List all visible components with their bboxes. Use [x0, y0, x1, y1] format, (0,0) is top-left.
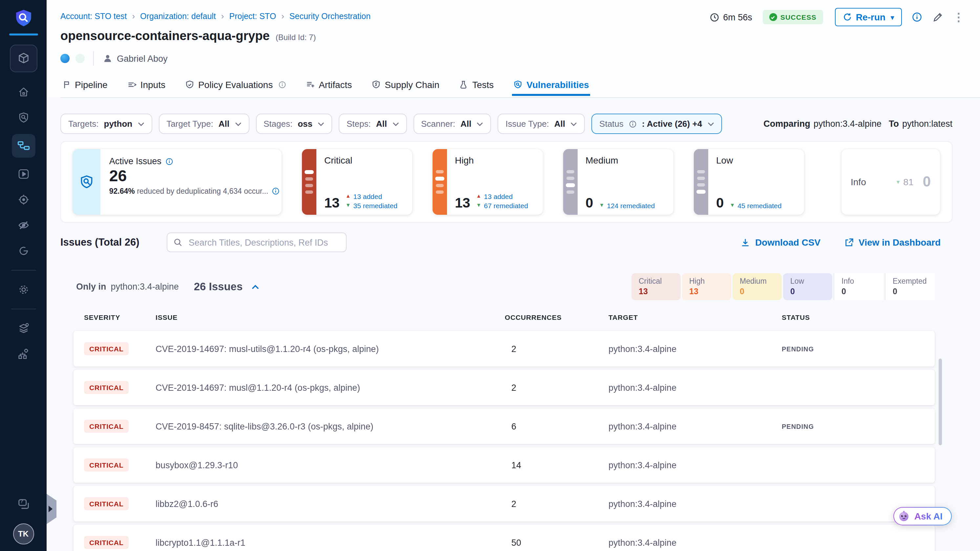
- breadcrumb-separator: ›: [132, 11, 135, 21]
- org-gear-icon: [17, 347, 30, 360]
- tab-vulnerabilities[interactable]: Vulnerabilities: [512, 78, 590, 96]
- filter-target-type[interactable]: Target Type:All: [159, 114, 249, 134]
- col-status: STATUS: [782, 313, 935, 321]
- question-mark-glyph: ?: [20, 498, 23, 504]
- divider: [93, 51, 94, 66]
- filter-stages[interactable]: Stages:oss: [256, 114, 332, 134]
- sidebar-item-executions[interactable]: [11, 165, 35, 183]
- app: ? TK Account: STO test › Organization: d…: [0, 0, 980, 551]
- download-icon: [741, 237, 751, 247]
- sidebar-item-baselines[interactable]: [11, 242, 35, 260]
- info-circle-icon[interactable]: [165, 157, 173, 165]
- severity-badge: CRITICAL: [84, 536, 129, 549]
- occurrences-value: 50: [505, 538, 608, 548]
- chevron-up-icon[interactable]: [251, 284, 259, 289]
- table-row[interactable]: CRITICAL busybox@1.29.3-r10 14 python:3.…: [73, 447, 935, 483]
- gear-icon: [17, 283, 30, 296]
- table-row[interactable]: CRITICAL libcrypto1.1@1.1.1a-r1 50 pytho…: [73, 525, 935, 551]
- edit-pipeline-button[interactable]: [932, 11, 943, 23]
- scan-shield-icon: [17, 111, 30, 124]
- check-circle-icon: [769, 13, 777, 21]
- tab-policy-evaluations[interactable]: Policy Evaluations: [184, 78, 287, 96]
- help-chat-button[interactable]: ?: [16, 497, 30, 511]
- comparing-to: python:latest: [902, 119, 953, 129]
- severity-badge: CRITICAL: [84, 497, 129, 510]
- sidebar-item-org-settings[interactable]: [11, 345, 35, 363]
- tab-pipeline[interactable]: Pipeline: [60, 78, 109, 96]
- shield-search-icon: [79, 174, 94, 190]
- run-duration: 6m 56s: [709, 12, 752, 22]
- table-scrollbar[interactable]: [939, 358, 942, 445]
- critical-strip-icon: [302, 149, 317, 215]
- user-avatar[interactable]: TK: [13, 524, 34, 545]
- view-in-dashboard-button[interactable]: View in Dashboard: [844, 237, 940, 248]
- table-row[interactable]: CRITICAL CVE-2019-8457: sqlite-libs@3.26…: [73, 408, 935, 444]
- run-detail-row: Gabriel Aboy: [60, 51, 168, 66]
- search-input[interactable]: [188, 237, 340, 248]
- group-target: python:3.4-alpine: [111, 282, 179, 291]
- breadcrumb-module[interactable]: Security Orchestration: [290, 11, 371, 21]
- issue-title: CVE-2019-14697: musl@1.1.20-r4 (os-pkgs,…: [156, 382, 505, 392]
- status-value: PENDING: [782, 345, 935, 352]
- sidebar-item-exemptions[interactable]: [11, 216, 35, 234]
- target-value: python:3.4-alpine: [608, 344, 782, 354]
- table-row[interactable]: CRITICAL CVE-2019-14697: musl@1.1.20-r4 …: [73, 370, 935, 405]
- inputs-tab-icon: [127, 80, 137, 89]
- filter-targets[interactable]: Targets:python: [60, 114, 152, 134]
- info-circle-icon: [278, 81, 286, 89]
- medium-count: 0: [585, 196, 593, 210]
- filter-steps[interactable]: Steps:All: [339, 114, 407, 134]
- issues-search[interactable]: [167, 233, 347, 252]
- active-issues-body: Active Issues 26 92.64% reduced by dedup…: [101, 149, 282, 215]
- filter-scanner[interactable]: Scanner:All: [413, 114, 491, 134]
- chevron-down-icon: [570, 122, 577, 126]
- ask-ai-button[interactable]: Ask AI: [893, 507, 952, 526]
- module-selector-button[interactable]: [10, 45, 37, 72]
- tab-tests[interactable]: Tests: [458, 78, 495, 96]
- download-csv-button[interactable]: Download CSV: [741, 237, 821, 248]
- filter-status[interactable]: Status : Active (26) +4: [592, 114, 722, 134]
- breadcrumb-account[interactable]: Account: STO test: [60, 11, 127, 21]
- sidebar-item-settings[interactable]: [11, 280, 35, 299]
- tab-artifacts[interactable]: Artifacts: [304, 78, 353, 96]
- sidebar-item-targets[interactable]: [11, 191, 35, 209]
- filter-issue-type[interactable]: Issue Type:All: [498, 114, 585, 134]
- low-remediated: ▼45 remediated: [730, 202, 781, 210]
- more-options-button[interactable]: ⋮: [953, 10, 964, 24]
- scanner-avatar-icon[interactable]: [60, 54, 70, 63]
- chip-low: Low0: [783, 273, 832, 300]
- sidebar-item-home[interactable]: [11, 83, 35, 101]
- breadcrumb-project[interactable]: Project: STO: [229, 11, 276, 21]
- breadcrumb-org[interactable]: Organization: default: [140, 11, 216, 21]
- sidebar-item-scans[interactable]: [11, 108, 35, 127]
- chevron-down-icon: [477, 122, 483, 126]
- triangle-down-icon: ▼: [345, 202, 351, 209]
- col-severity: SEVERITY: [84, 313, 156, 321]
- chip-info: Info0: [834, 273, 883, 300]
- critical-card: Critical 13 ▲13 added ▼35 remediated: [302, 149, 412, 215]
- high-remediated: ▼67 remediated: [476, 202, 528, 210]
- rerun-button[interactable]: Re-run ▾: [835, 8, 902, 26]
- low-card: Low 0 ▼45 remediated: [694, 149, 804, 215]
- sidebar-item-pipelines[interactable]: [11, 134, 35, 158]
- info-circle-icon[interactable]: [271, 188, 279, 195]
- severity-badge: CRITICAL: [84, 342, 129, 355]
- target-value: python:3.4-alpine: [608, 538, 782, 548]
- run-info-button[interactable]: [912, 12, 922, 22]
- status-value: PENDING: [782, 423, 935, 430]
- sto-shield-logo: [13, 8, 34, 28]
- scanner-avatar-faded-icon[interactable]: [75, 54, 85, 63]
- tab-supply-chain[interactable]: Supply Chain: [370, 78, 441, 96]
- issues-group-header: Only in python:3.4-alpine 26 Issues Crit…: [73, 273, 935, 300]
- issues-toolbar: Issues (Total 26) Download CSV View in D…: [60, 231, 940, 253]
- issues-group: Only in python:3.4-alpine 26 Issues Crit…: [73, 273, 935, 551]
- critical-added: ▲13 added: [345, 193, 398, 200]
- info-card: Info ▼ 81 0: [842, 149, 940, 215]
- dedup-note: 92.64% reduced by deduplicating 4,634 oc…: [109, 188, 273, 195]
- sidebar-divider: [11, 309, 36, 309]
- table-row[interactable]: CRITICAL CVE-2019-14697: musl-utils@1.1.…: [73, 331, 935, 366]
- tab-inputs[interactable]: Inputs: [126, 78, 167, 96]
- table-row[interactable]: CRITICAL libbz2@1.0.6-r6 2 python:3.4-al…: [73, 486, 935, 521]
- group-issue-count: 26 Issues: [194, 280, 243, 293]
- sidebar-item-default-settings[interactable]: [11, 319, 35, 338]
